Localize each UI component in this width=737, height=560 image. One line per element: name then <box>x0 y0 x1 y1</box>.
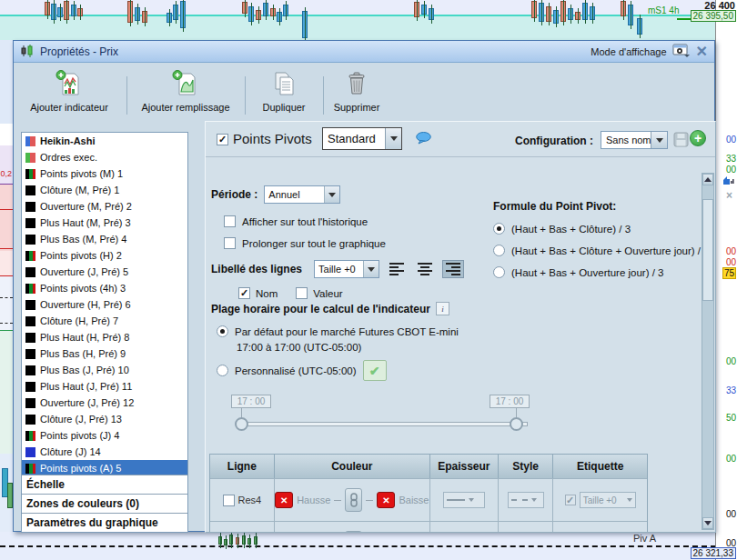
sidebar-item[interactable]: Ouverture (J, Pré) 5 <box>22 264 187 280</box>
sidebar-item[interactable]: Points pivots (A) 5 <box>22 460 187 475</box>
configuration-label: Configuration : <box>515 135 593 147</box>
trash-icon <box>343 69 370 100</box>
libelle-size-select[interactable]: Taille +0 <box>314 260 379 278</box>
radio-icon[interactable] <box>493 223 505 235</box>
sidebar-item[interactable]: Clôture (J) 14 <box>22 444 187 460</box>
radio-icon[interactable] <box>493 266 505 278</box>
plage-custom-radio[interactable] <box>217 365 228 376</box>
sidebar-item[interactable]: Plus Bas (H, Pré) 9 <box>22 345 187 362</box>
align-right-button[interactable] <box>442 260 464 278</box>
etiquette-size-select[interactable]: Taille +0 <box>580 492 636 508</box>
candlestick <box>590 6 595 20</box>
slider-track[interactable] <box>238 422 528 426</box>
hausse-color-button[interactable] <box>275 492 293 508</box>
col-etiquette: Etiquette <box>553 455 647 478</box>
candlestick <box>568 8 573 20</box>
indicator-color-swatch <box>25 185 35 195</box>
prolonger-checkbox[interactable] <box>224 237 236 249</box>
link-colors-icon[interactable] <box>345 488 362 512</box>
panel-header: Points Pivots Standard Configuration : S… <box>206 122 715 157</box>
scrollbar-thumb[interactable] <box>702 199 713 301</box>
line-checkbox[interactable] <box>223 495 235 506</box>
sidebar-item[interactable]: Plus Bas (J, Pré) 10 <box>22 362 187 378</box>
sidebar-item[interactable]: Points pivots (H) 2 <box>22 247 187 264</box>
add-fill-button[interactable]: Ajouter remplissage <box>134 69 237 113</box>
link-colors-icon[interactable] <box>345 531 362 533</box>
apply-check-icon[interactable]: ✔ <box>363 360 387 381</box>
sidebar-item[interactable]: Points pivots (M) 1 <box>22 165 187 182</box>
sidebar-section-parametres[interactable]: Paramètres du graphique <box>22 513 187 532</box>
sidebar-item[interactable]: Ordres exec. <box>22 149 187 165</box>
display-mode-icon[interactable] <box>672 44 691 59</box>
sidebar-item-label: Plus Bas (J, Pré) 10 <box>40 365 129 375</box>
section-label: Échelle <box>26 478 65 491</box>
sidebar-item[interactable]: Ouverture (H, Pré) 6 <box>22 296 187 313</box>
sidebar-item[interactable]: Clôture (H, Pré) 7 <box>22 313 187 329</box>
baisse-color-button[interactable] <box>377 492 395 508</box>
sidebar-item[interactable]: Clôture (J, Pré) 13 <box>22 411 187 427</box>
radio-icon[interactable] <box>493 245 505 256</box>
periode-value: Annuel <box>265 186 324 203</box>
left-scale-value: 0,2 <box>0 169 12 178</box>
valeur-checkbox[interactable] <box>296 287 308 299</box>
style-select[interactable] <box>508 492 544 508</box>
slider-start-value: 17 : 00 <box>231 395 271 408</box>
add-indicator-label: Ajouter indicateur <box>30 102 108 113</box>
formule-option-3[interactable]: (Haut + Bas + Ouverture jour) / 3 <box>493 266 712 278</box>
scroll-down-icon[interactable] <box>702 517 713 529</box>
historique-checkbox[interactable] <box>224 215 236 227</box>
align-center-button[interactable] <box>414 260 436 278</box>
add-indicator-button[interactable]: Ajouter indicateur <box>19 69 119 113</box>
slider-handle-start[interactable] <box>235 417 248 431</box>
periode-select[interactable]: Annuel <box>264 185 340 204</box>
dialog-titlebar[interactable]: Propriétés - Prix Mode d'affichage ✕ <box>14 41 714 63</box>
pivot-type-select[interactable]: Standard <box>322 127 402 150</box>
sidebar-item[interactable]: Ouverture (J, Pré) 12 <box>22 395 187 411</box>
indicator-color-swatch <box>25 398 35 408</box>
info-icon[interactable]: i <box>436 302 449 315</box>
prolonger-label: Prolonger sur tout le graphique <box>242 238 386 249</box>
sidebar-item[interactable]: Ouverture (M, Pré) 2 <box>22 198 187 215</box>
panel-scrollbar[interactable] <box>702 173 714 530</box>
sidebar-item[interactable]: Plus Haut (H, Pré) 8 <box>22 329 187 345</box>
points-pivots-checkbox[interactable] <box>217 134 228 145</box>
add-config-button[interactable]: + <box>690 130 706 146</box>
formule-option-2[interactable]: (Haut + Bas + Clôture + Ouverture jour) … <box>493 245 712 256</box>
sidebar-item-label: Ouverture (J, Pré) 5 <box>40 266 128 277</box>
thickness-select[interactable] <box>443 492 485 508</box>
sidebar-item[interactable]: Heikin-Ashi <box>22 133 187 149</box>
indicator-color-swatch <box>25 267 35 277</box>
formule-option-1[interactable]: (Haut + Bas + Clôture) / 3 <box>493 223 712 235</box>
candlestick <box>546 6 551 22</box>
nom-checkbox[interactable] <box>238 287 250 299</box>
configuration-select[interactable]: Sans nom* <box>601 131 668 149</box>
sidebar-section-zones[interactable]: Zones de couleurs (0) <box>22 494 187 513</box>
close-icon[interactable]: ✕ <box>696 45 708 59</box>
sidebar-item[interactable]: Points pivots (J) 4 <box>22 427 187 444</box>
etiquette-checkbox[interactable] <box>565 495 576 505</box>
configuration-value: Sans nom* <box>601 132 651 148</box>
plage-default-radio[interactable] <box>217 325 228 337</box>
sidebar-item-label: Plus Bas (H, Pré) 9 <box>40 348 126 359</box>
slider-handle-end[interactable] <box>510 417 523 431</box>
historique-label: Afficher sur tout l'historique <box>242 216 368 227</box>
comment-bubble-icon[interactable] <box>416 132 431 146</box>
sidebar-item[interactable]: Plus Bas (M, Pré) 4 <box>22 231 187 247</box>
scroll-up-icon[interactable] <box>702 174 713 185</box>
sidebar-item[interactable]: Plus Haut (J, Pré) 11 <box>22 378 187 395</box>
link-line <box>366 500 373 501</box>
candlestick <box>414 2 419 17</box>
toolbar-separator <box>126 76 127 115</box>
sidebar-section-echelle[interactable]: Échelle <box>22 475 187 494</box>
save-config-icon[interactable] <box>673 132 689 149</box>
sidebar-item[interactable]: Points pivots (4h) 3 <box>22 280 187 296</box>
sidebar-item[interactable]: Clôture (M, Pré) 1 <box>22 182 187 198</box>
sidebar-item[interactable]: Plus Haut (M, Pré) 3 <box>22 215 187 231</box>
delete-button[interactable]: Supprimer <box>298 69 416 113</box>
indicator-color-swatch <box>25 431 35 441</box>
align-left-button[interactable] <box>386 260 408 278</box>
indicator-color-swatch <box>25 169 35 179</box>
chevron-down-icon <box>324 186 339 203</box>
candlestick <box>248 6 254 22</box>
formule-title: Formule du Point Pivot: <box>493 200 616 213</box>
